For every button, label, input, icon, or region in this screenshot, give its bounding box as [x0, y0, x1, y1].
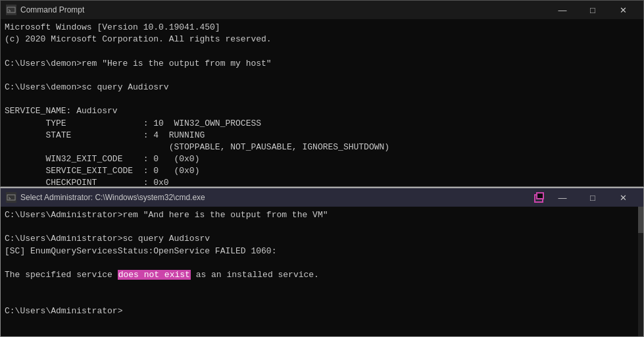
- window-controls-1: — □ ✕: [547, 1, 638, 19]
- console-line: (c) 2020 Microsoft Corporation. All righ…: [5, 34, 639, 45]
- console-output-2: C:\Users\Administrator>rem "And here is …: [1, 207, 643, 336]
- window-title-1: Command Prompt: [20, 5, 84, 14]
- console-line: CHECKPOINT : 0x0: [5, 177, 639, 186]
- console-line: [5, 293, 639, 305]
- title-bar-left-2: Select Administrator: C:\Windows\system3…: [6, 192, 205, 203]
- title-bar-1: Command Prompt — □ ✕: [1, 1, 643, 19]
- console-line: SERVICE_EXIT_CODE : 0 (0x0): [5, 165, 639, 177]
- console-line: WIN32_EXIT_CODE : 0 (0x0): [5, 153, 639, 165]
- console-line: [SC] EnumQueryServicesStatus:OpenService…: [5, 246, 639, 257]
- restore-icon: [532, 190, 546, 205]
- maximize-btn-1[interactable]: □: [578, 1, 608, 19]
- svg-rect-7: [537, 193, 543, 199]
- console-line: C:\Users\Administrator>sc query Audiosrv: [5, 233, 639, 245]
- console-line: (STOPPABLE, NOT_PAUSABLE, IGNORES_SHUTDO…: [5, 142, 639, 153]
- cmd-icon-1: [6, 5, 16, 15]
- console-line-highlight: The specified service does not exist as …: [5, 269, 639, 281]
- console-line: [5, 93, 639, 105]
- console-line: TYPE : 10 WIN32_OWN_PROCESS: [5, 118, 639, 130]
- scrollbar-thumb-2: [638, 207, 643, 233]
- console-output-1: Microsoft Windows [Version 10.0.19041.45…: [1, 19, 643, 186]
- console-line: STATE : 4 RUNNING: [5, 130, 639, 142]
- cmd-icon-2: [6, 192, 16, 203]
- console-line: C:\Users\Administrator>rem "And here is …: [5, 209, 639, 221]
- console-line: [5, 281, 639, 293]
- title-bar-left-1: Command Prompt: [6, 5, 84, 15]
- console-line: SERVICE_NAME: Audiosrv: [5, 105, 639, 117]
- console-line: Microsoft Windows [Version 10.0.19041.45…: [5, 22, 639, 34]
- close-btn-1[interactable]: ✕: [608, 1, 638, 19]
- console-line: C:\Users\Administrator>: [5, 305, 639, 317]
- console-line: [5, 70, 639, 82]
- scrollbar-2[interactable]: [638, 207, 643, 336]
- svg-rect-0: [7, 7, 15, 13]
- maximize-btn-2[interactable]: □: [578, 188, 608, 207]
- restore-icon-area: [532, 188, 546, 207]
- title-bar-2: Select Administrator: C:\Windows\system3…: [1, 188, 643, 207]
- svg-rect-3: [7, 195, 15, 200]
- window-controls-2: — □ ✕: [532, 188, 638, 207]
- console-line: C:\Users\demon>rem "Here is the output f…: [5, 58, 639, 70]
- console-line: [5, 221, 639, 233]
- console-line: [5, 257, 639, 269]
- minimize-btn-2[interactable]: —: [547, 188, 578, 207]
- command-prompt-window: Command Prompt — □ ✕ Microsoft Windows […: [0, 0, 644, 187]
- highlight-text: does not exist: [118, 270, 191, 280]
- window-title-2: Select Administrator: C:\Windows\system3…: [20, 193, 205, 202]
- console-line: [5, 45, 639, 57]
- admin-cmd-window: Select Administrator: C:\Windows\system3…: [0, 187, 644, 337]
- console-line: C:\Users\demon>sc query Audiosrv: [5, 82, 639, 93]
- minimize-btn-1[interactable]: —: [547, 1, 578, 19]
- close-btn-2[interactable]: ✕: [608, 188, 638, 207]
